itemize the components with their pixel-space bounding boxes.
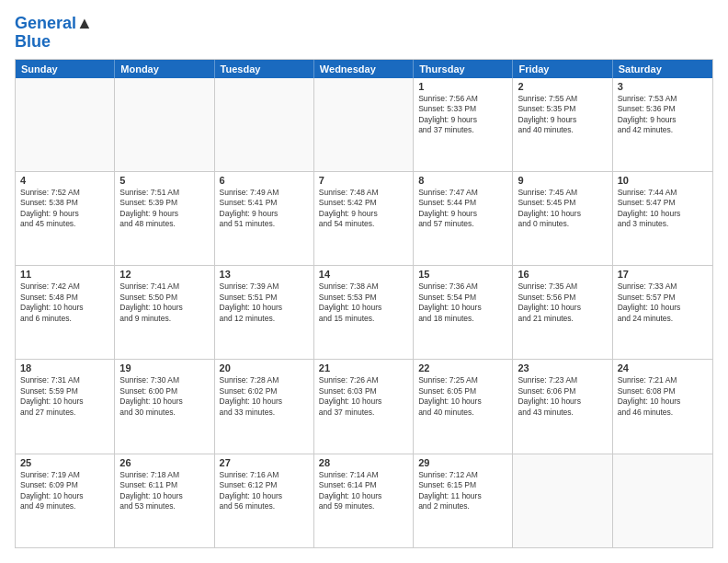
day-number: 23 (518, 362, 607, 373)
day-info: Sunrise: 7:56 AM Sunset: 5:33 PM Dayligh… (418, 94, 507, 136)
calendar-cell: 17Sunrise: 7:33 AM Sunset: 5:57 PM Dayli… (613, 266, 712, 359)
day-number: 19 (119, 362, 209, 373)
calendar: SundayMondayTuesdayWednesdayThursdayFrid… (15, 59, 713, 548)
day-info: Sunrise: 7:41 AM Sunset: 5:50 PM Dayligh… (119, 282, 209, 324)
day-info: Sunrise: 7:52 AM Sunset: 5:38 PM Dayligh… (20, 188, 109, 230)
logo: General▲ Blue (15, 15, 93, 52)
day-number: 27 (220, 457, 309, 468)
cal-header-day: Wednesday (314, 60, 414, 78)
calendar-cell: 26Sunrise: 7:18 AM Sunset: 6:11 PM Dayli… (115, 454, 214, 547)
calendar-cell: 28Sunrise: 7:14 AM Sunset: 6:14 PM Dayli… (314, 454, 414, 547)
calendar-row: 11Sunrise: 7:42 AM Sunset: 5:48 PM Dayli… (16, 265, 712, 359)
day-info: Sunrise: 7:31 AM Sunset: 5:59 PM Dayligh… (20, 375, 109, 418)
logo-text: General▲ (15, 15, 93, 33)
day-number: 7 (319, 175, 408, 186)
day-number: 26 (119, 457, 209, 468)
day-info: Sunrise: 7:21 AM Sunset: 6:08 PM Dayligh… (618, 375, 708, 418)
calendar-cell: 3Sunrise: 7:53 AM Sunset: 5:36 PM Daylig… (613, 78, 712, 171)
day-info: Sunrise: 7:55 AM Sunset: 5:35 PM Dayligh… (518, 94, 607, 136)
day-number: 20 (220, 362, 309, 373)
day-number: 2 (518, 81, 607, 92)
day-number: 28 (319, 457, 408, 468)
day-info: Sunrise: 7:38 AM Sunset: 5:53 PM Dayligh… (319, 282, 408, 324)
day-number: 1 (418, 81, 507, 92)
calendar-cell: 21Sunrise: 7:26 AM Sunset: 6:03 PM Dayli… (314, 360, 414, 453)
calendar-cell: 4Sunrise: 7:52 AM Sunset: 5:38 PM Daylig… (16, 172, 115, 265)
day-info: Sunrise: 7:14 AM Sunset: 6:14 PM Dayligh… (319, 470, 408, 512)
day-number: 4 (20, 175, 109, 186)
day-info: Sunrise: 7:48 AM Sunset: 5:42 PM Dayligh… (319, 188, 408, 230)
calendar-cell (215, 78, 314, 171)
day-number: 24 (618, 362, 708, 373)
calendar-cell: 27Sunrise: 7:16 AM Sunset: 6:12 PM Dayli… (215, 454, 314, 547)
day-info: Sunrise: 7:18 AM Sunset: 6:11 PM Dayligh… (119, 470, 209, 512)
day-info: Sunrise: 7:23 AM Sunset: 6:06 PM Dayligh… (518, 375, 607, 418)
day-number: 16 (518, 269, 607, 280)
calendar-cell: 9Sunrise: 7:45 AM Sunset: 5:45 PM Daylig… (513, 172, 612, 265)
day-number: 9 (518, 175, 607, 186)
calendar-row: 4Sunrise: 7:52 AM Sunset: 5:38 PM Daylig… (16, 171, 712, 265)
calendar-cell: 23Sunrise: 7:23 AM Sunset: 6:06 PM Dayli… (513, 360, 612, 453)
calendar-cell: 19Sunrise: 7:30 AM Sunset: 6:00 PM Dayli… (115, 360, 214, 453)
day-info: Sunrise: 7:45 AM Sunset: 5:45 PM Dayligh… (518, 188, 607, 230)
day-info: Sunrise: 7:53 AM Sunset: 5:36 PM Dayligh… (618, 94, 708, 136)
calendar-cell: 13Sunrise: 7:39 AM Sunset: 5:51 PM Dayli… (215, 266, 314, 359)
day-number: 10 (618, 175, 708, 186)
day-info: Sunrise: 7:28 AM Sunset: 6:02 PM Dayligh… (220, 375, 309, 418)
calendar-cell: 1Sunrise: 7:56 AM Sunset: 5:33 PM Daylig… (414, 78, 513, 171)
calendar-cell (16, 78, 115, 171)
day-info: Sunrise: 7:19 AM Sunset: 6:09 PM Dayligh… (20, 470, 109, 512)
cal-header-day: Monday (115, 60, 214, 78)
calendar-cell: 10Sunrise: 7:44 AM Sunset: 5:47 PM Dayli… (613, 172, 712, 265)
day-number: 25 (20, 457, 109, 468)
calendar-cell: 5Sunrise: 7:51 AM Sunset: 5:39 PM Daylig… (115, 172, 214, 265)
day-info: Sunrise: 7:26 AM Sunset: 6:03 PM Dayligh… (319, 375, 408, 418)
day-info: Sunrise: 7:12 AM Sunset: 6:15 PM Dayligh… (418, 470, 507, 512)
day-info: Sunrise: 7:33 AM Sunset: 5:57 PM Dayligh… (618, 282, 708, 324)
calendar-cell: 12Sunrise: 7:41 AM Sunset: 5:50 PM Dayli… (115, 266, 214, 359)
calendar-cell: 7Sunrise: 7:48 AM Sunset: 5:42 PM Daylig… (314, 172, 414, 265)
day-info: Sunrise: 7:30 AM Sunset: 6:00 PM Dayligh… (119, 375, 209, 418)
day-number: 13 (220, 269, 309, 280)
calendar-cell (513, 454, 612, 547)
calendar-cell: 15Sunrise: 7:36 AM Sunset: 5:54 PM Dayli… (414, 266, 513, 359)
day-number: 15 (418, 269, 507, 280)
day-number: 18 (20, 362, 109, 373)
day-info: Sunrise: 7:42 AM Sunset: 5:48 PM Dayligh… (20, 282, 109, 324)
calendar-cell: 8Sunrise: 7:47 AM Sunset: 5:44 PM Daylig… (414, 172, 513, 265)
day-info: Sunrise: 7:44 AM Sunset: 5:47 PM Dayligh… (618, 188, 708, 230)
day-number: 14 (319, 269, 408, 280)
cal-header-day: Saturday (613, 60, 712, 78)
calendar-cell: 6Sunrise: 7:49 AM Sunset: 5:41 PM Daylig… (215, 172, 314, 265)
calendar-cell: 16Sunrise: 7:35 AM Sunset: 5:56 PM Dayli… (513, 266, 612, 359)
day-info: Sunrise: 7:25 AM Sunset: 6:05 PM Dayligh… (418, 375, 507, 418)
calendar-row: 25Sunrise: 7:19 AM Sunset: 6:09 PM Dayli… (16, 454, 712, 547)
calendar-header: SundayMondayTuesdayWednesdayThursdayFrid… (16, 60, 712, 78)
day-number: 6 (220, 175, 309, 186)
calendar-cell: 25Sunrise: 7:19 AM Sunset: 6:09 PM Dayli… (16, 454, 115, 547)
day-number: 8 (418, 175, 507, 186)
calendar-cell: 2Sunrise: 7:55 AM Sunset: 5:35 PM Daylig… (513, 78, 612, 171)
day-number: 3 (618, 81, 708, 92)
day-info: Sunrise: 7:36 AM Sunset: 5:54 PM Dayligh… (418, 282, 507, 324)
calendar-cell (613, 454, 712, 547)
calendar-row: 18Sunrise: 7:31 AM Sunset: 5:59 PM Dayli… (16, 359, 712, 453)
day-number: 17 (618, 269, 708, 280)
calendar-cell: 22Sunrise: 7:25 AM Sunset: 6:05 PM Dayli… (414, 360, 513, 453)
day-info: Sunrise: 7:49 AM Sunset: 5:41 PM Dayligh… (220, 188, 309, 230)
day-info: Sunrise: 7:51 AM Sunset: 5:39 PM Dayligh… (119, 188, 209, 230)
calendar-cell: 24Sunrise: 7:21 AM Sunset: 6:08 PM Dayli… (613, 360, 712, 453)
day-number: 11 (20, 269, 109, 280)
logo-text2: Blue (15, 33, 51, 52)
day-info: Sunrise: 7:39 AM Sunset: 5:51 PM Dayligh… (220, 282, 309, 324)
day-number: 21 (319, 362, 408, 373)
day-number: 12 (119, 269, 209, 280)
day-number: 5 (119, 175, 209, 186)
calendar-cell (314, 78, 414, 171)
cal-header-day: Thursday (414, 60, 513, 78)
header: General▲ Blue (15, 15, 713, 52)
day-number: 22 (418, 362, 507, 373)
calendar-cell: 18Sunrise: 7:31 AM Sunset: 5:59 PM Dayli… (16, 360, 115, 453)
cal-header-day: Tuesday (215, 60, 314, 78)
day-number: 29 (418, 457, 507, 468)
